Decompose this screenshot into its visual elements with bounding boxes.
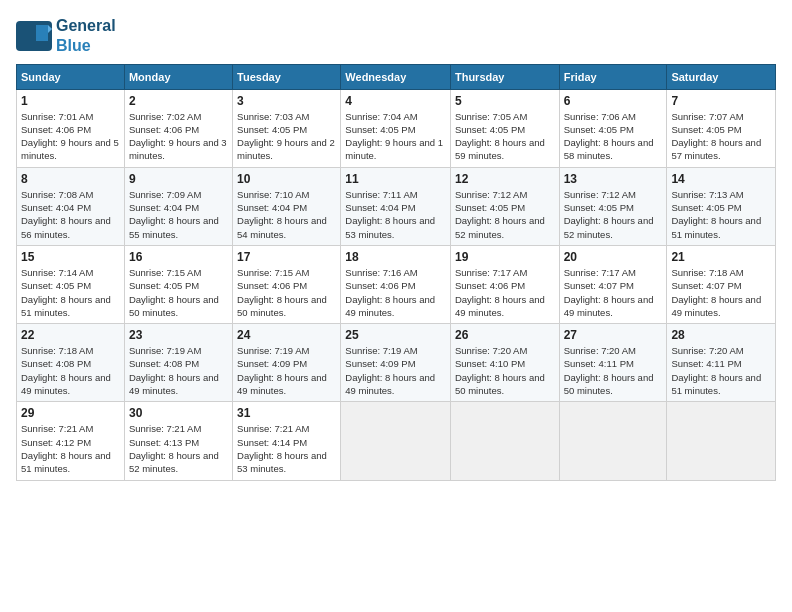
calendar-cell [341,402,451,480]
calendar-cell: 16Sunrise: 7:15 AM Sunset: 4:05 PM Dayli… [124,245,232,323]
calendar-cell: 27Sunrise: 7:20 AM Sunset: 4:11 PM Dayli… [559,324,667,402]
calendar-cell: 19Sunrise: 7:17 AM Sunset: 4:06 PM Dayli… [450,245,559,323]
day-info: Sunrise: 7:05 AM Sunset: 4:05 PM Dayligh… [455,110,555,163]
day-info: Sunrise: 7:20 AM Sunset: 4:10 PM Dayligh… [455,344,555,397]
calendar-week-row: 8Sunrise: 7:08 AM Sunset: 4:04 PM Daylig… [17,167,776,245]
day-info: Sunrise: 7:15 AM Sunset: 4:05 PM Dayligh… [129,266,228,319]
day-number: 26 [455,328,555,342]
calendar-cell: 1Sunrise: 7:01 AM Sunset: 4:06 PM Daylig… [17,89,125,167]
day-info: Sunrise: 7:18 AM Sunset: 4:07 PM Dayligh… [671,266,771,319]
day-number: 24 [237,328,336,342]
calendar-cell: 7Sunrise: 7:07 AM Sunset: 4:05 PM Daylig… [667,89,776,167]
day-number: 2 [129,94,228,108]
day-info: Sunrise: 7:21 AM Sunset: 4:14 PM Dayligh… [237,422,336,475]
svg-marker-1 [36,25,48,41]
day-number: 23 [129,328,228,342]
calendar-body: 1Sunrise: 7:01 AM Sunset: 4:06 PM Daylig… [17,89,776,480]
day-info: Sunrise: 7:03 AM Sunset: 4:05 PM Dayligh… [237,110,336,163]
weekday-header-tuesday: Tuesday [233,64,341,89]
weekday-header-row: SundayMondayTuesdayWednesdayThursdayFrid… [17,64,776,89]
calendar-cell: 2Sunrise: 7:02 AM Sunset: 4:06 PM Daylig… [124,89,232,167]
day-info: Sunrise: 7:08 AM Sunset: 4:04 PM Dayligh… [21,188,120,241]
day-number: 29 [21,406,120,420]
calendar-cell: 17Sunrise: 7:15 AM Sunset: 4:06 PM Dayli… [233,245,341,323]
calendar-cell: 24Sunrise: 7:19 AM Sunset: 4:09 PM Dayli… [233,324,341,402]
day-number: 18 [345,250,446,264]
calendar-header: General Blue [16,16,776,56]
calendar-cell: 10Sunrise: 7:10 AM Sunset: 4:04 PM Dayli… [233,167,341,245]
day-info: Sunrise: 7:11 AM Sunset: 4:04 PM Dayligh… [345,188,446,241]
weekday-header-sunday: Sunday [17,64,125,89]
day-info: Sunrise: 7:09 AM Sunset: 4:04 PM Dayligh… [129,188,228,241]
day-info: Sunrise: 7:07 AM Sunset: 4:05 PM Dayligh… [671,110,771,163]
calendar-cell: 23Sunrise: 7:19 AM Sunset: 4:08 PM Dayli… [124,324,232,402]
day-number: 11 [345,172,446,186]
day-number: 15 [21,250,120,264]
calendar-cell: 22Sunrise: 7:18 AM Sunset: 4:08 PM Dayli… [17,324,125,402]
calendar-cell: 13Sunrise: 7:12 AM Sunset: 4:05 PM Dayli… [559,167,667,245]
calendar-cell: 26Sunrise: 7:20 AM Sunset: 4:10 PM Dayli… [450,324,559,402]
day-info: Sunrise: 7:19 AM Sunset: 4:08 PM Dayligh… [129,344,228,397]
day-number: 28 [671,328,771,342]
weekday-header-wednesday: Wednesday [341,64,451,89]
day-info: Sunrise: 7:10 AM Sunset: 4:04 PM Dayligh… [237,188,336,241]
logo-icon [16,21,52,51]
calendar-cell [559,402,667,480]
day-info: Sunrise: 7:20 AM Sunset: 4:11 PM Dayligh… [671,344,771,397]
calendar-table: SundayMondayTuesdayWednesdayThursdayFrid… [16,64,776,481]
day-info: Sunrise: 7:16 AM Sunset: 4:06 PM Dayligh… [345,266,446,319]
weekday-header-friday: Friday [559,64,667,89]
calendar-week-row: 15Sunrise: 7:14 AM Sunset: 4:05 PM Dayli… [17,245,776,323]
weekday-header-monday: Monday [124,64,232,89]
calendar-week-row: 29Sunrise: 7:21 AM Sunset: 4:12 PM Dayli… [17,402,776,480]
day-number: 7 [671,94,771,108]
calendar-cell: 8Sunrise: 7:08 AM Sunset: 4:04 PM Daylig… [17,167,125,245]
calendar-cell: 21Sunrise: 7:18 AM Sunset: 4:07 PM Dayli… [667,245,776,323]
day-number: 31 [237,406,336,420]
calendar-cell: 12Sunrise: 7:12 AM Sunset: 4:05 PM Dayli… [450,167,559,245]
day-info: Sunrise: 7:17 AM Sunset: 4:07 PM Dayligh… [564,266,663,319]
calendar-cell: 20Sunrise: 7:17 AM Sunset: 4:07 PM Dayli… [559,245,667,323]
calendar-cell: 15Sunrise: 7:14 AM Sunset: 4:05 PM Dayli… [17,245,125,323]
logo-blue: Blue [56,37,91,54]
day-info: Sunrise: 7:18 AM Sunset: 4:08 PM Dayligh… [21,344,120,397]
day-info: Sunrise: 7:19 AM Sunset: 4:09 PM Dayligh… [345,344,446,397]
calendar-cell: 18Sunrise: 7:16 AM Sunset: 4:06 PM Dayli… [341,245,451,323]
day-number: 14 [671,172,771,186]
day-info: Sunrise: 7:12 AM Sunset: 4:05 PM Dayligh… [564,188,663,241]
day-number: 6 [564,94,663,108]
weekday-header-saturday: Saturday [667,64,776,89]
calendar-cell [667,402,776,480]
calendar-cell: 25Sunrise: 7:19 AM Sunset: 4:09 PM Dayli… [341,324,451,402]
day-number: 13 [564,172,663,186]
calendar-cell: 11Sunrise: 7:11 AM Sunset: 4:04 PM Dayli… [341,167,451,245]
day-number: 8 [21,172,120,186]
logo: General Blue [16,16,116,56]
day-info: Sunrise: 7:20 AM Sunset: 4:11 PM Dayligh… [564,344,663,397]
day-info: Sunrise: 7:15 AM Sunset: 4:06 PM Dayligh… [237,266,336,319]
day-number: 21 [671,250,771,264]
day-number: 12 [455,172,555,186]
day-number: 27 [564,328,663,342]
day-info: Sunrise: 7:02 AM Sunset: 4:06 PM Dayligh… [129,110,228,163]
calendar-cell: 6Sunrise: 7:06 AM Sunset: 4:05 PM Daylig… [559,89,667,167]
day-number: 20 [564,250,663,264]
calendar-cell: 14Sunrise: 7:13 AM Sunset: 4:05 PM Dayli… [667,167,776,245]
day-number: 30 [129,406,228,420]
day-number: 5 [455,94,555,108]
weekday-header-thursday: Thursday [450,64,559,89]
day-number: 3 [237,94,336,108]
day-number: 19 [455,250,555,264]
calendar-cell: 5Sunrise: 7:05 AM Sunset: 4:05 PM Daylig… [450,89,559,167]
day-info: Sunrise: 7:21 AM Sunset: 4:12 PM Dayligh… [21,422,120,475]
day-info: Sunrise: 7:13 AM Sunset: 4:05 PM Dayligh… [671,188,771,241]
day-info: Sunrise: 7:21 AM Sunset: 4:13 PM Dayligh… [129,422,228,475]
day-info: Sunrise: 7:04 AM Sunset: 4:05 PM Dayligh… [345,110,446,163]
calendar-cell [450,402,559,480]
day-number: 9 [129,172,228,186]
calendar-cell: 31Sunrise: 7:21 AM Sunset: 4:14 PM Dayli… [233,402,341,480]
day-info: Sunrise: 7:12 AM Sunset: 4:05 PM Dayligh… [455,188,555,241]
day-info: Sunrise: 7:06 AM Sunset: 4:05 PM Dayligh… [564,110,663,163]
day-number: 4 [345,94,446,108]
day-number: 22 [21,328,120,342]
